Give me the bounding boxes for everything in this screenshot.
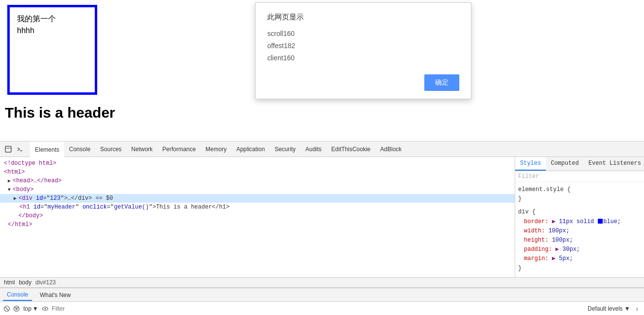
blue-box: 我的第一个hhhh: [7, 5, 97, 95]
console-filter-input[interactable]: [52, 305, 585, 312]
tab-console[interactable]: Console: [64, 141, 95, 157]
tab-memory[interactable]: Memory: [201, 141, 231, 157]
console-context-value: top: [23, 305, 32, 312]
styles-filter-bar: Filter: [515, 171, 644, 182]
eye-icon[interactable]: [41, 305, 49, 313]
filter-toggle-icon[interactable]: [13, 305, 20, 313]
devtools-tabs: Elements Console Sources Network Perform…: [0, 141, 644, 157]
html-line-close-html: </html>: [0, 220, 515, 229]
css-block-element-style: element.style { }: [518, 184, 641, 205]
alert-title: 此网页显示: [267, 13, 459, 22]
default-levels-dropdown[interactable]: Default levels ▼: [588, 305, 630, 312]
breadcrumb-div[interactable]: div#123: [35, 279, 56, 286]
alert-line3: client160: [267, 52, 459, 64]
elements-icon[interactable]: [4, 145, 13, 154]
clear-console-icon[interactable]: [3, 305, 11, 313]
html-line-html: <html>: [0, 168, 515, 176]
svg-line-4: [5, 307, 8, 310]
styles-tab-computed[interactable]: Computed: [546, 157, 584, 171]
styles-tab-styles[interactable]: Styles: [515, 157, 546, 171]
html-panel[interactable]: <!doctype html> <html> ▶ <head>…</head> …: [0, 157, 515, 277]
tab-network[interactable]: Network: [126, 141, 157, 157]
console-tab-console[interactable]: Console: [3, 289, 32, 301]
html-line-doctype: <!doctype html>: [0, 159, 515, 168]
console-context-arrow: ▼: [33, 305, 38, 312]
html-line-close-body: </body>: [0, 211, 515, 220]
tab-sources[interactable]: Sources: [95, 141, 126, 157]
devtools-main: <!doctype html> <html> ▶ <head>…</head> …: [0, 157, 644, 277]
alert-footer: 确定: [267, 74, 459, 91]
tab-performance[interactable]: Performance: [157, 141, 201, 157]
tab-application[interactable]: Application: [231, 141, 270, 157]
css-block-div1: div { border: ▶ 11px solid blue; width: …: [518, 207, 641, 274]
alert-dialog: 此网页显示 scroll160 offest182 client160 确定: [255, 2, 471, 99]
console-bar: Console What's New: [0, 288, 644, 301]
html-line-head: ▶ <head>…</head>: [0, 176, 515, 185]
tab-editthiscookie[interactable]: EditThisCookie: [327, 141, 376, 157]
styles-panel: Styles Computed Event Listeners DOM B...…: [515, 157, 644, 277]
styles-tabs: Styles Computed Event Listeners DOM B...: [515, 157, 644, 171]
svg-point-10: [44, 308, 46, 309]
console-context-dropdown[interactable]: top ▼: [23, 305, 38, 312]
styles-tab-event-listeners[interactable]: Event Listeners: [584, 157, 644, 171]
html-line-body: ▼ <body>: [0, 185, 515, 194]
alert-line1: scroll160: [267, 28, 459, 40]
styles-content: element.style { } div { border: ▶ 11px s…: [515, 182, 644, 277]
console-input-bar: top ▼ Default levels ▼ ›: [0, 301, 644, 315]
tab-security[interactable]: Security: [270, 141, 300, 157]
breadcrumb-html[interactable]: html: [4, 279, 15, 286]
tab-elements[interactable]: Elements: [30, 141, 64, 157]
blue-box-text: 我的第一个hhhh: [17, 13, 56, 36]
breadcrumb-body[interactable]: body: [19, 279, 32, 286]
devtools-panel: Elements Console Sources Network Perform…: [0, 141, 644, 315]
html-line-div[interactable]: ▶ <div id="123">…</div> == $0: [0, 194, 515, 203]
console-icon-group: [3, 305, 20, 313]
tab-audits[interactable]: Audits: [300, 141, 326, 157]
tab-adblock[interactable]: AdBlock: [375, 141, 406, 157]
devtools-icon-group: [2, 145, 26, 154]
page-header: This is a header: [5, 105, 115, 121]
devtools-breadcrumb: html body div#123: [0, 277, 644, 288]
console-tab-whatsnew[interactable]: What's New: [36, 290, 75, 300]
alert-body: scroll160 offest182 client160: [267, 28, 459, 65]
console-prompt: ›: [633, 305, 641, 313]
svg-rect-0: [5, 146, 11, 152]
alert-confirm-button[interactable]: 确定: [424, 74, 459, 91]
html-line-h1: <h1 id="myHeader" onclick="getValue()">T…: [0, 203, 515, 211]
console-icon[interactable]: [16, 145, 24, 154]
alert-line2: offest182: [267, 40, 459, 52]
